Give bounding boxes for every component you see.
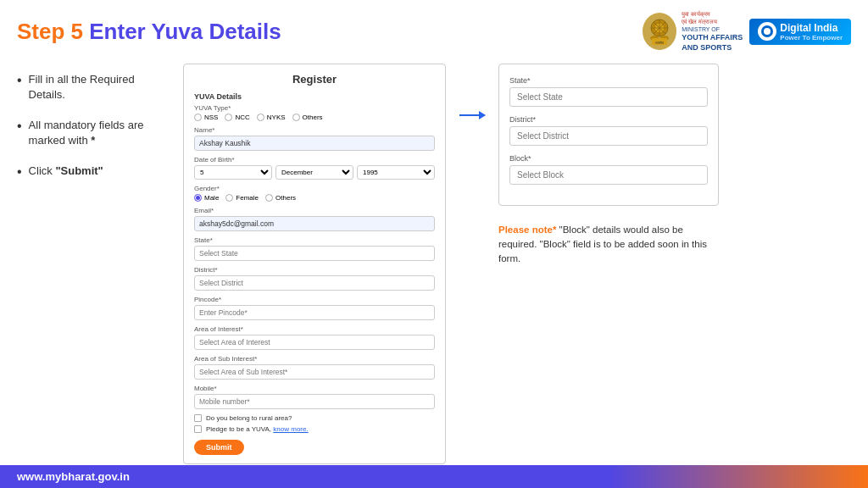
arrow-connector [459, 114, 485, 116]
dob-year-select[interactable]: 1995 [357, 165, 435, 180]
area-sub-interest-label: Area of Sub Interest* [194, 355, 435, 363]
footer: www.mybharat.gov.in [0, 465, 868, 488]
yuva-nyks[interactable]: NYKS [257, 114, 286, 121]
pledge-checkbox[interactable] [194, 425, 202, 433]
area-sub-interest-input[interactable] [194, 364, 435, 380]
nyks-radio[interactable] [257, 114, 264, 121]
gender-female[interactable]: Female [225, 194, 259, 202]
yuva-details-section: YUVA Details [194, 92, 435, 101]
detail-block-input[interactable] [509, 165, 708, 185]
page-title: Step 5 Enter Yuva Details [17, 19, 281, 45]
name-label: Name* [194, 126, 435, 134]
male-radio[interactable] [194, 194, 202, 202]
detail-block-label: Block* [509, 154, 708, 163]
area-interest-label: Area of Interest* [194, 325, 435, 333]
rural-row[interactable]: Do you belong to rural area? [194, 414, 435, 422]
email-input[interactable] [194, 216, 435, 231]
yuva-type-label: YUVA Type* [194, 104, 435, 112]
state-row: State* [194, 236, 435, 261]
detail-district-label: District* [509, 115, 708, 124]
main-content: Fill in all the Required Details. All ma… [0, 60, 868, 464]
area-interest-input[interactable] [194, 335, 435, 350]
yuva-type-options: NSS NCC NYKS Others [194, 114, 435, 121]
yuva-nss[interactable]: NSS [194, 114, 218, 121]
district-input[interactable] [194, 275, 435, 291]
dob-fields: 5 December 1995 [194, 165, 435, 180]
detail-state-label: State* [509, 76, 708, 85]
others-radio[interactable] [292, 114, 300, 121]
pledge-label: Pledge to be a YUVA, know more. [206, 425, 309, 433]
detail-district-input[interactable] [509, 126, 708, 146]
gender-row: Gender* Male Female Others [194, 185, 435, 202]
gender-others[interactable]: Others [265, 194, 296, 202]
ministry-logo: सत्यमेव युवा कार्यक्रम एवं खेल मंत्रालय … [643, 10, 743, 53]
email-label: Email* [194, 207, 435, 214]
digital-india-logo: Digital India Power To Empower [749, 19, 851, 45]
note-section: Please note* "Block" details would also … [498, 223, 719, 267]
gender-options: Male Female Others [194, 194, 435, 202]
submit-button[interactable]: Submit [194, 440, 244, 455]
yuva-others[interactable]: Others [292, 114, 323, 121]
detail-block-row: Block* [509, 154, 708, 185]
district-label: District* [194, 266, 435, 274]
nss-radio[interactable] [194, 114, 202, 121]
pincode-row: Pincode* [194, 296, 435, 320]
yuva-ncc[interactable]: NCC [225, 114, 249, 121]
instruction-item-3: Click "Submit" [17, 164, 170, 181]
dob-month-select[interactable]: December [275, 165, 353, 180]
gender-label: Gender* [194, 185, 435, 192]
detail-state-row: State* [509, 76, 708, 107]
pincode-label: Pincode* [194, 296, 435, 303]
gender-male[interactable]: Male [194, 194, 219, 202]
please-note-label: Please note* [498, 225, 556, 235]
district-row: District* [194, 266, 435, 291]
yuva-type-row: YUVA Type* NSS NCC NYKS Others [194, 104, 435, 121]
rural-checkbox[interactable] [194, 414, 202, 422]
area-interest-row: Area of Interest* [194, 325, 435, 350]
detail-district-row: District* [509, 115, 708, 146]
right-arrow [459, 114, 485, 116]
register-form-card: Register YUVA Details YUVA Type* NSS NCC… [183, 64, 446, 464]
pincode-input[interactable] [194, 305, 435, 320]
detail-state-input[interactable] [509, 87, 708, 107]
rural-label: Do you belong to rural area? [206, 414, 292, 422]
detail-card: State* District* Block* [498, 64, 719, 206]
instructions-panel: Fill in all the Required Details. All ma… [17, 64, 170, 197]
footer-url: www.mybharat.gov.in [17, 470, 130, 483]
mobile-label: Mobile* [194, 385, 435, 392]
dob-label: Date of Birth* [194, 156, 435, 164]
area-sub-interest-row: Area of Sub Interest* [194, 355, 435, 380]
state-label: State* [194, 236, 435, 244]
instruction-item-1: Fill in all the Required Details. [17, 72, 170, 103]
name-input[interactable] [194, 136, 435, 151]
pledge-link[interactable]: know more. [273, 425, 308, 433]
instruction-item-2: All mandatory fields are marked with * [17, 118, 170, 148]
ncc-radio[interactable] [225, 114, 232, 121]
header: Step 5 Enter Yuva Details सत्यमेव [0, 0, 868, 60]
logos-container: सत्यमेव युवा कार्यक्रम एवं खेल मंत्रालय … [643, 10, 851, 53]
ministry-text: युवा कार्यक्रम एवं खेल मंत्रालय MINISTRY… [682, 10, 743, 53]
ashoka-emblem: सत्यमेव [643, 13, 676, 50]
right-column: State* District* Block* Please note* "Bl… [498, 64, 719, 267]
dob-day-select[interactable]: 5 [194, 165, 272, 180]
state-input[interactable] [194, 246, 435, 261]
pledge-row[interactable]: Pledge to be a YUVA, know more. [194, 425, 435, 433]
mobile-row: Mobile* [194, 385, 435, 409]
email-row: Email* [194, 207, 435, 231]
others-gender-radio[interactable] [265, 194, 273, 202]
female-radio[interactable] [225, 194, 233, 202]
svg-text:सत्यमेव: सत्यमेव [654, 41, 665, 45]
step-title-text: Enter Yuva Details [89, 19, 281, 44]
mobile-input[interactable] [194, 394, 435, 409]
dob-row: Date of Birth* 5 December 1995 [194, 156, 435, 180]
step-number: Step 5 [17, 19, 83, 44]
form-title: Register [194, 73, 435, 86]
name-row: Name* [194, 126, 435, 151]
